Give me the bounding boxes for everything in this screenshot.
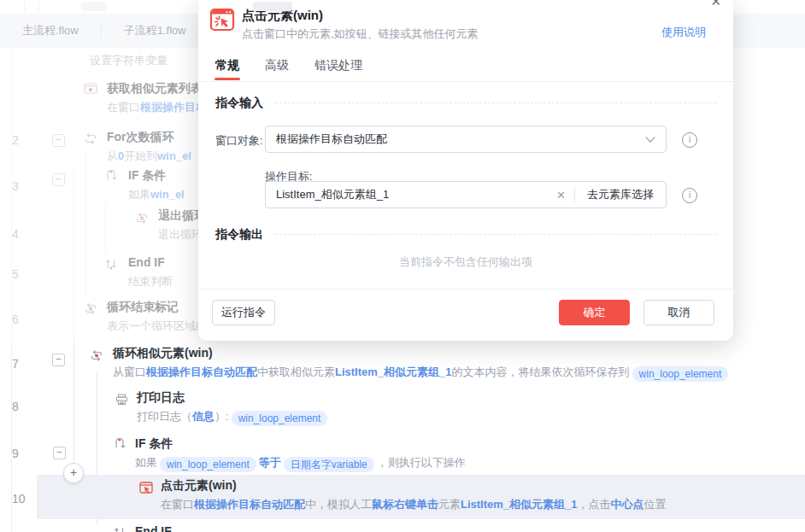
target-input[interactable]: ListItem_相似元素组_1 ✕ 去元素库选择 xyxy=(265,181,667,208)
variable-tag[interactable]: 日期名字variable xyxy=(284,457,374,472)
tab-general[interactable]: 常规 xyxy=(215,58,239,73)
loop-similar-elements-icon xyxy=(90,349,104,362)
end-if-icon xyxy=(114,526,128,532)
chevron-down-icon xyxy=(645,132,655,142)
dialog-tabs: 常规 高级 错误处理 xyxy=(198,55,733,82)
ok-button[interactable]: 确定 xyxy=(559,300,630,325)
window-object-select[interactable]: 根据操作目标自动匹配 xyxy=(265,126,667,153)
run-instruction-button[interactable]: 运行指令 xyxy=(212,300,275,325)
output-section-label: 指令输出 xyxy=(215,227,263,243)
input-section-label: 指令输入 xyxy=(215,96,263,111)
print-log-icon xyxy=(115,394,130,406)
help-link[interactable]: 使用说明 xyxy=(661,25,706,40)
collapse-toggle[interactable]: − xyxy=(52,354,65,366)
row-number: 8 xyxy=(12,400,31,413)
plus-icon: + xyxy=(70,465,77,479)
row-number: 7 xyxy=(12,357,31,371)
flow-step-9-subtitle: 打印日志（信息）:win_loop_element xyxy=(137,409,330,426)
flow-step-8-subtitle: 从窗口根据操作目标自动匹配中获取相似元素ListItem_相似元素组_1的文本内… xyxy=(113,365,731,382)
tab-advanced[interactable]: 高级 xyxy=(265,58,289,73)
clear-icon[interactable]: ✕ xyxy=(548,189,574,202)
click-element-icon xyxy=(209,7,235,36)
minus-icon: − xyxy=(56,354,61,364)
click-element-dialog: ✕ 点击元素(win) 点击窗口中的元素,如按钮、链接或其他任何元素 使用说明 … xyxy=(198,0,733,341)
flow-step-11-title[interactable]: 点击元素(win) xyxy=(161,478,237,494)
input-value: ListItem_相似元素组_1 xyxy=(266,187,548,202)
flow-step-8-title[interactable]: 循环相似元素(win) xyxy=(113,346,213,361)
select-value: 根据操作目标自动匹配 xyxy=(266,132,647,147)
insert-step-button[interactable]: + xyxy=(63,463,84,483)
info-icon[interactable]: i xyxy=(682,132,697,148)
cancel-button[interactable]: 取消 xyxy=(643,300,714,325)
close-icon[interactable]: ✕ xyxy=(710,0,721,9)
flow-step-9-title[interactable]: 打印日志 xyxy=(137,390,185,406)
flow-step-10-subtitle: 如果win_loop_element等于日期名字variable，则执行以下操作 xyxy=(135,455,466,472)
window-object-label: 窗口对象: xyxy=(215,133,263,149)
flow-step-12-title[interactable]: End IF xyxy=(135,524,172,532)
if-condition-icon xyxy=(114,438,128,451)
output-empty-text: 当前指令不包含任何输出项 xyxy=(198,254,733,270)
flow-step-10-title[interactable]: IF 条件 xyxy=(135,436,173,452)
element-library-button[interactable]: 去元素库选择 xyxy=(575,187,666,202)
variable-tag[interactable]: win_loop_element xyxy=(632,366,729,382)
tab-error-handling[interactable]: 错误处理 xyxy=(314,58,362,73)
section-divider xyxy=(275,234,716,235)
toolbar-button-fragment[interactable] xyxy=(253,2,292,11)
row-number: 9 xyxy=(12,447,31,460)
app-window: 主流程.flow 子流程1.flow 2 3 4 5 6 7 8 9 10 11… xyxy=(0,0,805,532)
dialog-description: 点击窗口中的元素,如按钮、链接或其他任何元素 xyxy=(242,26,479,42)
row-number: 10 xyxy=(12,492,31,506)
variable-tag[interactable]: win_loop_element xyxy=(232,411,328,426)
minus-icon: − xyxy=(56,447,62,457)
click-element-icon xyxy=(139,482,154,494)
section-divider xyxy=(275,102,716,103)
info-icon[interactable]: i xyxy=(682,188,697,203)
flow-step-11-subtitle: 在窗口根据操作目标自动匹配中，模拟人工鼠标右键单击元素ListItem_相似元素… xyxy=(161,497,667,512)
variable-tag[interactable]: win_loop_element xyxy=(160,457,256,472)
footer-divider xyxy=(198,289,733,289)
collapse-toggle[interactable]: − xyxy=(53,447,66,459)
